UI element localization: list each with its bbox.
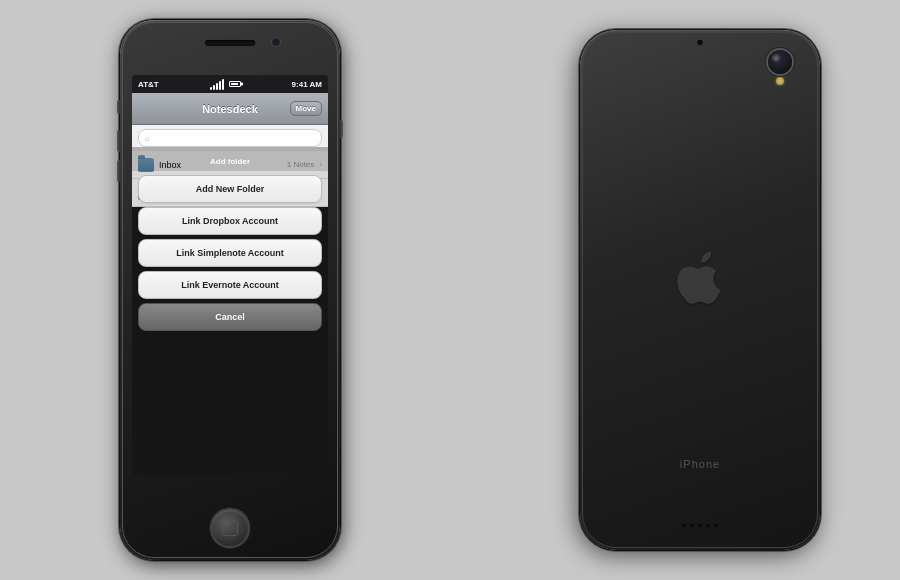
battery-fill [231, 83, 238, 85]
front-camera [272, 38, 280, 46]
signal-bar-1 [210, 87, 212, 90]
carrier-label: AT&T [138, 80, 159, 89]
action-sheet-buttons: Add New Folder Link Dropbox Account Link… [132, 171, 328, 303]
speaker-dot-1 [682, 524, 686, 528]
apple-logo [675, 249, 725, 318]
signal-bar-2 [213, 85, 215, 90]
phone-screen: AT&T 9:41 AM [132, 75, 328, 475]
volume-down-button [117, 160, 120, 182]
headphone-jack [698, 40, 703, 45]
search-input[interactable]: ⌕ [138, 129, 322, 147]
power-button [340, 120, 343, 138]
back-speaker-area [682, 524, 718, 528]
link-simplenote-button[interactable]: Link Simplenote Account [138, 239, 322, 267]
move-button[interactable]: Move [290, 101, 322, 116]
search-icon: ⌕ [145, 134, 150, 143]
iphone-back-label: iPhone [680, 458, 720, 470]
link-evernote-button[interactable]: Link Evernote Account [138, 271, 322, 299]
iphone-back: iPhone [580, 30, 820, 550]
status-bar: AT&T 9:41 AM [132, 75, 328, 93]
speaker-dot-2 [690, 524, 694, 528]
home-button[interactable] [212, 510, 248, 546]
speaker-dot-5 [714, 524, 718, 528]
home-button-inner [222, 520, 238, 536]
nav-bar: Notesdeck Move [132, 93, 328, 125]
nav-title: Notesdeck [202, 103, 258, 115]
speaker-dot-4 [706, 524, 710, 528]
action-sheet-overlay: Add folder Add New Folder Link Dropbox A… [132, 147, 328, 475]
iphone-front: AT&T 9:41 AM [120, 20, 340, 560]
status-icons [210, 79, 241, 90]
app-wrapper: AT&T 9:41 AM [132, 75, 328, 475]
signal-bar-5 [222, 79, 224, 90]
add-new-folder-button[interactable]: Add New Folder [138, 175, 322, 203]
back-flash [776, 77, 784, 85]
mute-button [117, 100, 120, 114]
cancel-button[interactable]: Cancel [138, 303, 322, 331]
signal-bar-4 [219, 81, 221, 90]
signal-bar-3 [216, 83, 218, 90]
scene: AT&T 9:41 AM [0, 0, 900, 580]
action-sheet-header: Add folder [132, 147, 328, 171]
link-dropbox-button[interactable]: Link Dropbox Account [138, 207, 322, 235]
battery-icon [229, 81, 241, 87]
front-speaker [205, 40, 255, 46]
back-camera-lens [768, 50, 792, 74]
volume-up-button [117, 130, 120, 152]
speaker-dot-3 [698, 524, 702, 528]
action-sheet-header-label: Add folder [210, 157, 250, 166]
back-camera-area [768, 50, 792, 85]
time-label: 9:41 AM [292, 80, 322, 89]
